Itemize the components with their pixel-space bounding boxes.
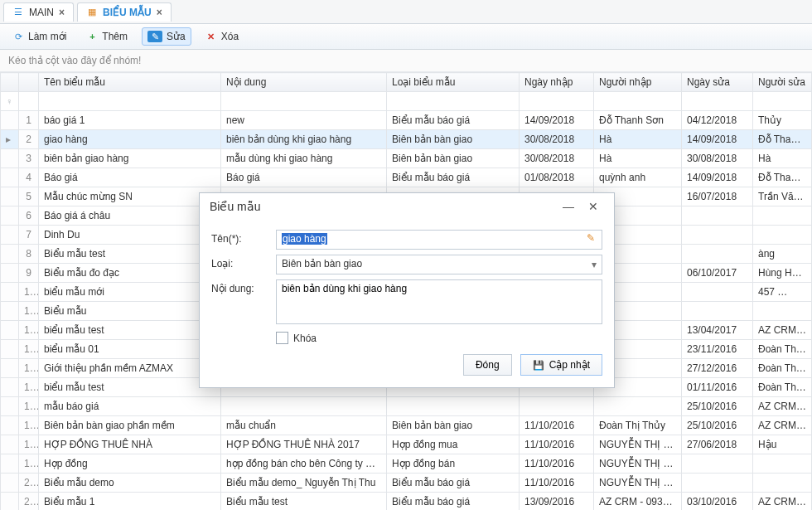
table-row[interactable]: 19Hợp đồnghợp đồng bán cho bên Công ty …… [1,454,812,474]
row-number: 4 [19,168,39,187]
close-button[interactable]: Đóng [463,354,512,376]
table-row[interactable]: 17Biên bản bàn giao phần mềmmẫu chuẩnBiê… [1,416,812,435]
tab-main[interactable]: ☰ MAIN × [3,2,74,22]
refresh-button[interactable]: ⟳Làm mới [7,27,72,46]
plus-icon: + [86,31,98,42]
group-hint[interactable]: Kéo thả cột vào đây để nhóm! [0,50,812,72]
row-number: 3 [19,149,39,168]
row-number: 17 [19,416,39,435]
filter-cell[interactable] [594,92,682,111]
delete-button[interactable]: ✕Xóa [200,27,244,46]
button-label: Xóa [221,31,239,42]
cell-ngaysua [682,206,753,226]
col-ten[interactable]: Tên biểu mẫu [39,73,221,92]
cell-ten: Biểu mẫu [39,302,221,321]
filter-cell[interactable] [682,92,753,111]
cell-ngaynhap: 11/10/2016 [520,435,594,454]
filter-cell[interactable] [221,92,387,111]
table-row[interactable]: 4Báo giáBáo giáBiểu mẫu báo giá01/08/201… [1,168,812,187]
cell-ten: biểu mẫu mới [39,283,221,302]
chevron-down-icon: ▾ [592,259,597,270]
cell-noidung: hợp đồng bán cho bên Công ty … [221,454,387,474]
row-handle [1,493,19,511]
cell-nguoisua: Trần Văn Tuấn [753,187,812,206]
table-row[interactable]: ▸2giao hàngbiên bản dùng khi giao hàngBi… [1,130,812,149]
cell-nguoisua: Đỗ Thanh Sơn [753,168,812,187]
cell-nguoisua [753,454,812,474]
row-handle [1,264,19,283]
row-handle-header [1,73,19,92]
cell-nguoinhap: NGUYỄN THỊ THU [594,435,682,454]
row-handle: ▸ [1,130,19,149]
table-row[interactable]: 16mẫu báo giá25/10/2016AZ CRM - 0934 457… [1,397,812,416]
col-nguoinhap[interactable]: Người nhập [594,73,682,92]
cell-ngaysua: 27/06/2018 [682,435,753,454]
table-row[interactable]: 20Biểu mẫu demoBiểu mẫu demo_ Nguyễn Thị… [1,474,812,493]
row-number: 18 [19,435,39,454]
ten-input[interactable]: giao hàng✎ [276,230,602,250]
tab-bieu-mau[interactable]: ▦ BIỂU MẪU × [77,2,172,22]
filter-cell[interactable] [19,92,39,111]
cell-ten: biên bản giao hàng [39,149,221,168]
filter-row: ♀ [1,92,812,111]
cell-ten: Hợp đồng [39,454,221,474]
table-row[interactable]: 21Biểu mẫu 1Biểu mẫu testBiểu mẫu báo gi… [1,493,812,511]
cell-ngaysua: 14/09/2018 [682,168,753,187]
cell-loai: Biên bản bàn giao [387,149,520,168]
close-icon[interactable]: × [59,7,65,18]
table-row[interactable]: 1báo giá 1newBiểu mẫu báo giá14/09/2018Đ… [1,111,812,130]
add-button[interactable]: +Thêm [80,27,133,46]
close-icon[interactable]: × [157,7,162,18]
update-button[interactable]: 💾Cập nhật [520,354,602,376]
noidung-textarea[interactable] [276,279,602,324]
row-handle [1,187,19,206]
col-ngaynhap[interactable]: Ngày nhập [520,73,594,92]
noidung-label: Nội dung: [211,279,276,294]
cell-nguoisua: Đỗ Thanh Sơn [753,130,812,149]
tab-label: BIỂU MẪU [103,7,152,18]
cell-loai: Biên bản bàn giao [387,416,520,435]
edit-button[interactable]: ✎Sửa [142,27,191,46]
dialog-titlebar[interactable]: Biểu mẫu — ✕ [200,193,614,220]
filter-cell[interactable] [39,92,221,111]
cell-loai: Biên bản bàn giao [387,130,520,149]
col-ngaysua[interactable]: Ngày sửa [682,73,753,92]
filter-cell[interactable] [520,92,594,111]
loai-select[interactable]: Biên bản bàn giao▾ [276,255,602,274]
col-nguoisua[interactable]: Người sửa [753,73,812,92]
col-noidung[interactable]: Nội dung [221,73,387,92]
cell-nguoisua [753,206,812,226]
cell-ngaynhap: 01/08/2018 [520,168,594,187]
dialog-body: Tên(*): giao hàng✎ Loại: Biên bản bàn gi… [200,220,614,354]
close-icon[interactable]: ✕ [582,200,604,213]
row-number: 1 [19,111,39,130]
cell-loai: Biểu mẫu báo giá [387,474,520,493]
cell-ten: Biểu mẫu 1 [39,493,221,511]
table-row[interactable]: 3biên bản giao hàngmẫu dùng khi giao hàn… [1,149,812,168]
table-row[interactable]: 18HỢP ĐỒNG THUÊ NHÀHỢP ĐỒNG THUÊ NHÀ 201… [1,435,812,454]
dialog-title: Biểu mẫu [210,200,261,213]
row-number: 10 [19,283,39,302]
row-number: 16 [19,397,39,416]
cell-noidung: mẫu chuẩn [221,416,387,435]
cell-nguoisua: Đoàn Thị Thủy [753,378,812,397]
row-handle [1,206,19,226]
filter-cell[interactable] [753,92,812,111]
cell-ngaysua: 30/08/2018 [682,149,753,168]
cell-loai: Biểu mẫu báo giá [387,493,520,511]
col-loai[interactable]: Loại biểu mẫu [387,73,520,92]
cell-ngaysua [682,226,753,245]
cell-ngaynhap: 11/10/2016 [520,454,594,474]
cell-ten: biểu mẫu test [39,321,221,340]
loai-label: Loại: [211,255,276,270]
minimize-icon[interactable]: — [558,200,579,213]
row-handle [1,378,19,397]
col-rownum[interactable] [19,73,39,92]
khoa-checkbox[interactable] [276,332,288,344]
button-label: Đóng [476,359,500,371]
edit-pencil-icon[interactable]: ✎ [585,232,597,244]
filter-cell[interactable] [387,92,520,111]
loai-value: Biên bản bàn giao [282,258,362,270]
pencil-icon: ✎ [147,31,162,42]
row-number: 21 [19,493,39,511]
